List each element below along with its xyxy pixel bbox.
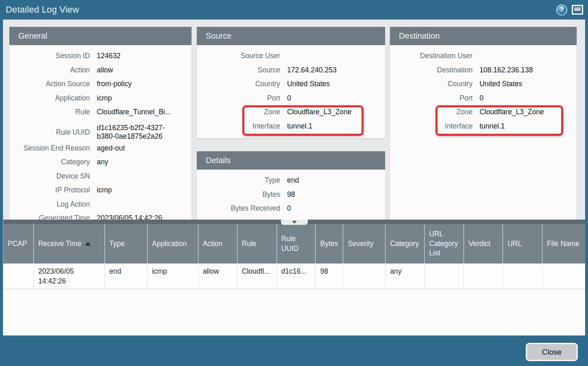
field-label: Source User [197, 50, 283, 60]
field-value: Cloudflare_Tunnel_Bi... [93, 107, 175, 116]
field-value [476, 50, 483, 52]
field-label: Country [197, 78, 283, 88]
column-header-verdict[interactable]: Verdict [464, 224, 503, 264]
close-button[interactable]: Close [526, 343, 578, 361]
column-header-application[interactable]: Application [148, 224, 198, 264]
field-value: tunnel.1 [283, 121, 316, 131]
help-glyph: ? [560, 6, 564, 14]
footer-bar: Close [0, 336, 588, 366]
field-row: Port0 [197, 93, 385, 107]
table-header-row: PCAP Receive Time Type Application Actio… [3, 224, 585, 264]
field-value: tunnel.1 [476, 121, 509, 131]
field-label: Generated Time [9, 213, 93, 220]
column-header-url-category-list[interactable]: URL Category List [425, 224, 464, 264]
field-row: Interfacetunnel.1 [197, 121, 385, 135]
field-row: ZoneCloudflare_L3_Zone [197, 107, 385, 121]
field-row: Generated Time2023/06/05 14:42:26 [9, 213, 192, 220]
window-glyph [574, 7, 581, 11]
log-table-section: PCAP Receive Time Type Application Actio… [3, 220, 585, 336]
cell-rule: Cloudfl... [237, 264, 277, 289]
field-label: Interface [390, 121, 476, 131]
field-row: CountryUnited States [197, 78, 385, 93]
column-header-bytes[interactable]: Bytes [316, 224, 343, 264]
field-row: Log Action [9, 199, 192, 213]
column-header-rule-uuid[interactable]: Rule UUID [277, 224, 316, 264]
cell-category: any [385, 264, 425, 289]
field-label: Rule [9, 107, 93, 116]
help-icon[interactable]: ? [556, 4, 567, 15]
field-value: United States [476, 78, 526, 88]
cell-severity [343, 264, 385, 289]
field-row: Bytes Received0 [197, 203, 385, 217]
field-row: Session End Reasonaged-out [9, 143, 192, 157]
column-header-action[interactable]: Action [198, 224, 237, 264]
field-value: aged-out [93, 143, 129, 152]
field-value: icmp [93, 185, 116, 194]
column-header-pcap[interactable]: PCAP [3, 224, 34, 264]
field-label: Session End Reason [9, 143, 93, 152]
field-label: Log Action [9, 199, 93, 209]
field-row: Source172.64.240.253 [197, 65, 385, 79]
panel-title: Details [206, 156, 231, 165]
field-value: Cloudflare_L3_Zone [476, 107, 548, 116]
dialog-title: Detailed Log View [6, 4, 79, 15]
field-value: any [93, 157, 112, 166]
column-header-file-name[interactable]: File Name [542, 224, 585, 264]
panel-general: General Session ID124632 Actionallow Act… [9, 27, 192, 220]
field-label: Destination User [390, 50, 476, 60]
field-label: Country [390, 78, 476, 88]
field-value: 124632 [93, 50, 124, 60]
maximize-window-icon[interactable] [572, 5, 583, 15]
column-header-severity[interactable]: Severity [343, 224, 385, 264]
collapse-handle[interactable] [281, 220, 308, 225]
panel-general-header: General [9, 27, 192, 45]
panel-details-header: Details [197, 151, 385, 170]
field-row: Port0 [390, 93, 577, 107]
panel-title: Destination [399, 31, 440, 41]
cell-rule-uuid: d1c16... [277, 264, 316, 289]
field-label: Category [9, 157, 93, 166]
field-label: Zone [197, 107, 283, 116]
cell-receive-time: 2023/06/05 14:42:26 [34, 264, 105, 289]
field-label: Action Source [9, 78, 93, 88]
field-value [283, 50, 291, 52]
field-label: Action [9, 65, 93, 74]
field-value [93, 171, 101, 172]
field-row: CountryUnited States [390, 78, 577, 93]
field-value [93, 199, 101, 200]
field-row: Action Sourcefrom-policy [9, 78, 192, 93]
field-value: Cloudflare_L3_Zone [283, 107, 356, 116]
field-value: from-policy [93, 78, 136, 88]
cell-type: end [105, 264, 148, 289]
cell-verdict [464, 264, 503, 289]
field-row: Typeend [197, 175, 385, 189]
splitter-bar[interactable] [3, 220, 585, 224]
panel-general-body: Session ID124632 Actionallow Action Sour… [9, 45, 192, 220]
cell-bytes: 98 [316, 264, 343, 289]
column-header-type[interactable]: Type [105, 224, 148, 264]
cell-url-category-list [425, 264, 464, 289]
column-header-category[interactable]: Category [385, 224, 425, 264]
field-row: Session ID124632 [9, 50, 192, 65]
field-value: 0 [283, 203, 295, 213]
field-label: Bytes Received [197, 203, 283, 213]
field-row: RuleCloudflare_Tunnel_Bi... [9, 107, 192, 121]
panel-details: Details Typeend Bytes98 Bytes Received0 [197, 151, 385, 220]
table-row[interactable]: 2023/06/05 14:42:26 end icmp allow Cloud… [3, 264, 585, 289]
field-value: United States [283, 78, 334, 88]
field-row: Categoryany [9, 157, 192, 171]
panel-source: Source Source User Source172.64.240.253 … [197, 27, 385, 138]
panel-destination-header: Destination [390, 27, 577, 45]
cell-action: allow [198, 264, 237, 289]
field-label: Destination [390, 65, 476, 74]
panel-destination-body: Destination User Destination108.162.236.… [390, 45, 577, 135]
column-header-receive-time[interactable]: Receive Time [34, 224, 105, 264]
panel-source-header: Source [197, 27, 385, 45]
panel-source-body: Source User Source172.64.240.253 Country… [197, 45, 385, 135]
column-header-rule[interactable]: Rule [237, 224, 277, 264]
column-header-url[interactable]: URL [503, 224, 542, 264]
detailed-log-view-dialog: Detailed Log View ? General Session ID12… [0, 0, 588, 366]
field-value: 172.64.240.253 [283, 65, 341, 74]
field-value: allow [93, 65, 117, 74]
field-row: Destination User [390, 50, 577, 65]
